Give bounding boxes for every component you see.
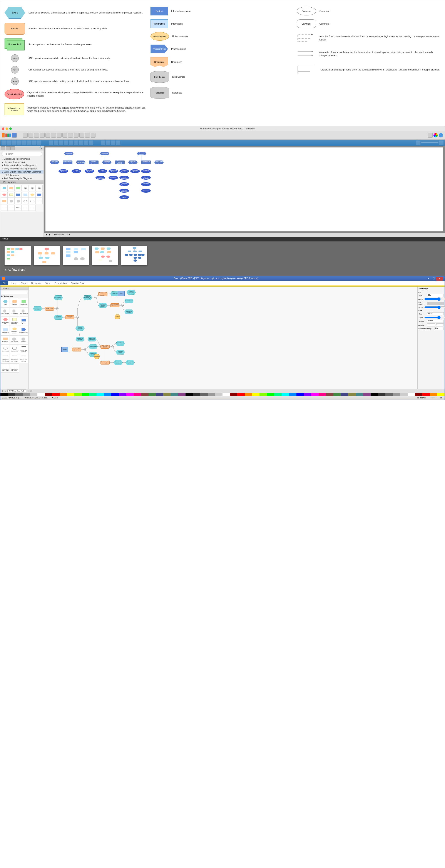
library-item[interactable]: Disk storage [10,335,19,344]
color-swatch[interactable] [237,393,245,396]
node-event[interactable]: Visitor entered the website [33,306,42,311]
library-item[interactable]: XOR operator [19,307,28,316]
color-swatch[interactable] [385,393,393,396]
color-swatch[interactable] [393,393,400,396]
color-swatch[interactable] [141,393,149,396]
corner-input[interactable]: 0 in [435,327,444,330]
tab-solutionpark[interactable]: Solution Park [69,281,86,285]
node-event[interactable]: User is not logged in [54,315,63,320]
node-function[interactable]: Analyze client's order [63,160,72,164]
node-event[interactable]: User is logged in [54,296,63,300]
palette-or[interactable]: OR [29,185,36,191]
tool-button[interactable] [74,141,78,145]
color-swatch[interactable] [304,393,311,396]
tree-item-selected[interactable]: ▾ Event-Driven Process Chain Diagrams [0,170,43,174]
node-xor[interactable]: XOR [121,304,124,307]
library-item[interactable]: Document [1,335,10,344]
nav-prev-icon[interactable]: ◀ [5,390,6,392]
weight-select[interactable]: Hairline [427,320,444,323]
tree-item[interactable]: ▸ Fault Tree Analysis Diagrams [0,177,43,180]
color-swatch[interactable] [15,393,23,396]
tool-button[interactable] [22,141,26,145]
color-swatch[interactable] [156,393,163,396]
gallery-thumb[interactable] [92,246,118,265]
color-swatch[interactable] [60,393,67,396]
node-event[interactable]: User is registered [75,326,85,331]
node-event[interactable]: Complete registration [127,290,136,295]
tool-button[interactable] [111,141,115,145]
toolbar-button[interactable] [57,133,62,138]
palette-document[interactable] [1,198,8,204]
color-swatch[interactable] [149,393,156,396]
search-input[interactable] [2,152,42,156]
node-event[interactable]: Order entered [76,160,86,164]
maximize-button[interactable] [9,127,12,130]
node-database[interactable]: Database [94,354,100,359]
close-button[interactable] [2,127,4,130]
node-function[interactable]: Send activation e-mail [100,361,109,365]
gallery-thumb[interactable] [63,246,89,265]
nav-next-icon[interactable]: ▶ [28,390,29,392]
tab-presentation[interactable]: Presentation [53,281,69,285]
tool-button[interactable] [69,141,73,145]
node-org[interactable]: Warehouse [141,189,151,193]
tool-button[interactable] [64,141,68,145]
node-org[interactable]: Accounting department [141,182,151,186]
linecolor-select[interactable]: No Line [427,312,444,315]
library-item[interactable]: Information flow (Direct) [1,364,10,373]
color-swatch[interactable] [274,393,282,396]
color-swatch[interactable] [400,393,408,396]
node-function[interactable]: Write account data into database [100,345,109,349]
color-swatch[interactable] [208,393,215,396]
nav-last-icon[interactable]: ⏭ [30,390,32,392]
node-event[interactable]: User is not registered [75,337,85,341]
nav-prev-icon[interactable]: ◀ [45,234,47,237]
save-button[interactable] [12,133,17,138]
color-swatch[interactable] [82,393,89,396]
node-event[interactable]: Data is not correct [116,350,125,354]
node-event[interactable]: Data is not correct [124,309,133,314]
library-item[interactable]: Control flow (Smart) [19,345,28,354]
tool-button[interactable] [32,141,36,145]
minimize-button[interactable] [6,127,8,130]
palette-function[interactable] [8,185,14,191]
tool-button[interactable] [84,141,88,145]
library-item[interactable]: Information flow (Smart) [1,354,10,363]
node-org[interactable]: Finance department [141,176,151,180]
toolbar-button[interactable] [29,133,33,138]
library-item[interactable]: Enterprise area [10,326,19,335]
color-swatch[interactable] [97,393,104,396]
color-swatch[interactable] [348,393,356,396]
color-swatch[interactable] [126,393,134,396]
zoom-button[interactable] [101,141,105,145]
library-item[interactable]: Organization unit [1,317,10,326]
close-button[interactable]: ✕ [436,277,443,281]
color-swatch[interactable] [437,393,445,396]
zoom-in-icon[interactable] [439,141,443,145]
color-palette-bar[interactable] [0,393,445,396]
node-org[interactable]: Finance department [119,169,129,173]
color-swatch[interactable] [104,393,112,396]
palette-infomat[interactable] [8,192,14,198]
tree-item[interactable]: ▸ Enterprise Architecture Diagrams [0,164,43,167]
color-swatch[interactable] [45,393,52,396]
palette-disk[interactable] [8,198,14,204]
gallery-thumb[interactable] [121,246,147,265]
palette-flow5[interactable] [22,205,29,211]
tree-item[interactable]: ▸ Entity-Relationship Diagram (ERD) [0,167,43,170]
minimize-button[interactable]: – [426,277,431,281]
node-org[interactable]: Planning department [119,182,129,186]
color-swatch[interactable] [0,393,8,396]
color-swatch[interactable] [178,393,186,396]
library-item[interactable]: System [19,317,28,326]
color-swatch[interactable] [193,393,200,396]
color-swatch[interactable] [23,393,30,396]
node-org[interactable]: Sales department [71,169,81,173]
node-org[interactable]: Sales department [119,176,129,180]
page-tab[interactable]: EPC flowchart (1/1) [7,390,26,392]
zoom-out-icon[interactable] [416,141,420,145]
tool-button[interactable] [36,141,41,145]
color-swatch[interactable] [245,393,252,396]
node-event[interactable]: Data is correct [89,344,98,349]
color-swatch[interactable] [30,393,37,396]
